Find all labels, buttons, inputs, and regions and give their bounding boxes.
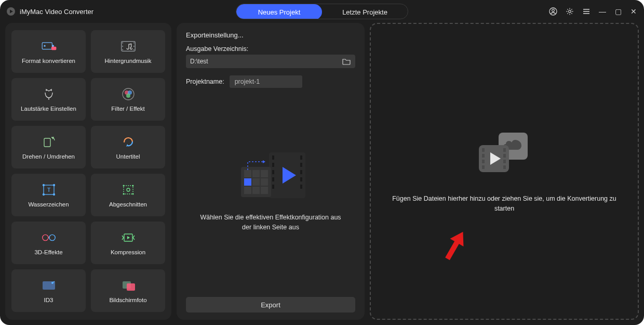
volume-icon bbox=[41, 87, 57, 101]
svg-point-23 bbox=[126, 94, 130, 98]
svg-point-31 bbox=[53, 194, 55, 196]
tool-watermark[interactable]: T Wasserzeichen bbox=[11, 174, 86, 216]
svg-point-34 bbox=[123, 185, 124, 187]
tool-format-convert[interactable]: Format konvertieren bbox=[11, 30, 86, 73]
output-dir-value: D:\test bbox=[190, 58, 208, 65]
app-logo-icon bbox=[6, 7, 16, 16]
svg-point-39 bbox=[42, 235, 48, 240]
svg-rect-62 bbox=[252, 170, 260, 177]
minimize-button[interactable]: — bbox=[598, 7, 607, 16]
svg-rect-79 bbox=[503, 154, 506, 158]
screenshot-icon bbox=[120, 278, 137, 293]
svg-marker-71 bbox=[263, 160, 265, 163]
output-dir-field[interactable]: D:\test bbox=[186, 55, 355, 68]
svg-point-28 bbox=[43, 185, 44, 186]
svg-point-13 bbox=[122, 42, 123, 43]
browse-folder-icon[interactable] bbox=[342, 58, 351, 65]
drop-zone-illustration-icon bbox=[476, 129, 533, 176]
subtitle-icon bbox=[120, 135, 137, 149]
svg-rect-53 bbox=[272, 185, 274, 189]
tool-background-music[interactable]: Hintergrundmusik bbox=[91, 30, 165, 73]
export-heading: Exporteinstellung... bbox=[186, 31, 355, 39]
annotation-arrow-icon bbox=[432, 224, 477, 271]
svg-rect-33 bbox=[124, 186, 133, 194]
svg-point-4 bbox=[569, 10, 571, 13]
svg-rect-75 bbox=[482, 154, 485, 158]
svg-point-3 bbox=[552, 9, 555, 12]
background-music-icon bbox=[120, 39, 137, 54]
svg-rect-70 bbox=[244, 178, 251, 186]
svg-rect-76 bbox=[482, 160, 485, 163]
drop-zone[interactable]: Fügen Sie Dateien hierher hinzu oder zie… bbox=[370, 23, 639, 320]
svg-rect-67 bbox=[244, 187, 251, 194]
svg-rect-81 bbox=[503, 165, 506, 169]
svg-rect-50 bbox=[272, 163, 274, 167]
svg-text:T: T bbox=[47, 187, 50, 193]
effect-config-illustration-icon bbox=[232, 147, 310, 204]
svg-rect-61 bbox=[244, 170, 251, 177]
tab-new-project[interactable]: Neues Projekt bbox=[236, 4, 322, 19]
tool-rotate-flip[interactable]: Drehen / Umdrehen bbox=[11, 126, 86, 168]
menu-icon[interactable] bbox=[582, 7, 591, 16]
tool-crop[interactable]: Abgeschnitten bbox=[91, 174, 165, 216]
svg-point-36 bbox=[123, 193, 124, 195]
tool-id3[interactable]: ID3 bbox=[11, 269, 86, 312]
3d-effects-icon bbox=[41, 230, 57, 245]
tab-recent-projects[interactable]: Letzte Projekte bbox=[322, 4, 408, 19]
app-window: iMyMac Video Converter Neues Projekt Let… bbox=[0, 0, 644, 325]
format-convert-icon bbox=[41, 39, 57, 54]
svg-point-40 bbox=[49, 235, 55, 240]
svg-rect-69 bbox=[261, 187, 268, 194]
svg-point-38 bbox=[127, 188, 130, 191]
svg-rect-11 bbox=[51, 47, 56, 50]
titlebar: iMyMac Video Converter Neues Projekt Let… bbox=[0, 0, 644, 23]
tool-subtitle[interactable]: Untertitel bbox=[91, 126, 165, 168]
tool-filter-effect[interactable]: Filter / Effekt bbox=[91, 78, 165, 121]
settings-icon[interactable] bbox=[565, 7, 574, 16]
svg-marker-43 bbox=[127, 236, 130, 239]
svg-point-29 bbox=[53, 185, 55, 186]
center-hint: Wählen Sie die effektiven Effektkonfigur… bbox=[198, 213, 343, 232]
close-button[interactable]: ✕ bbox=[629, 7, 638, 16]
svg-point-17 bbox=[133, 46, 134, 47]
center-illustration: Wählen Sie die effektiven Effektkonfigur… bbox=[186, 88, 355, 292]
svg-rect-54 bbox=[300, 155, 302, 160]
svg-rect-51 bbox=[272, 170, 274, 174]
svg-rect-24 bbox=[44, 138, 50, 147]
id3-icon bbox=[41, 278, 57, 293]
crop-icon bbox=[120, 183, 137, 197]
export-button[interactable]: Export bbox=[186, 297, 355, 313]
projectname-input[interactable] bbox=[230, 75, 302, 88]
svg-rect-77 bbox=[482, 165, 485, 169]
main-area: Format konvertieren Hintergrundmusik Lau… bbox=[0, 23, 644, 325]
svg-rect-66 bbox=[261, 178, 268, 186]
svg-point-9 bbox=[44, 45, 45, 47]
tool-3d-effects[interactable]: 3D-Effekte bbox=[11, 222, 86, 264]
svg-point-16 bbox=[133, 42, 134, 43]
svg-point-35 bbox=[132, 185, 133, 187]
svg-rect-12 bbox=[121, 42, 135, 51]
svg-rect-47 bbox=[127, 283, 135, 291]
drop-zone-hint: Fügen Sie Dateien hierher hinzu oder zie… bbox=[385, 194, 624, 214]
svg-rect-58 bbox=[300, 185, 302, 189]
svg-point-18 bbox=[133, 49, 134, 50]
watermark-icon: T bbox=[41, 183, 57, 197]
maximize-button[interactable]: ▢ bbox=[614, 7, 622, 16]
compression-icon bbox=[120, 230, 137, 245]
svg-marker-83 bbox=[441, 228, 470, 263]
tool-screenshot[interactable]: Bildschirmfoto bbox=[91, 269, 165, 312]
projectname-label: Projektname: bbox=[186, 78, 224, 85]
rotate-flip-icon bbox=[41, 135, 57, 149]
tool-volume[interactable]: Lautstärke Einstellen bbox=[11, 78, 86, 121]
svg-rect-57 bbox=[300, 177, 302, 181]
account-icon[interactable] bbox=[548, 7, 558, 16]
titlebar-controls: — ▢ ✕ bbox=[548, 7, 638, 16]
filter-effect-icon bbox=[120, 87, 137, 101]
tool-compression[interactable]: Kompression bbox=[91, 222, 165, 264]
svg-point-30 bbox=[43, 194, 44, 196]
top-tabs: Neues Projekt Letzte Projekte bbox=[236, 4, 408, 19]
svg-rect-55 bbox=[300, 163, 302, 167]
svg-rect-65 bbox=[252, 178, 260, 186]
svg-point-15 bbox=[122, 49, 123, 50]
svg-rect-80 bbox=[503, 160, 506, 163]
